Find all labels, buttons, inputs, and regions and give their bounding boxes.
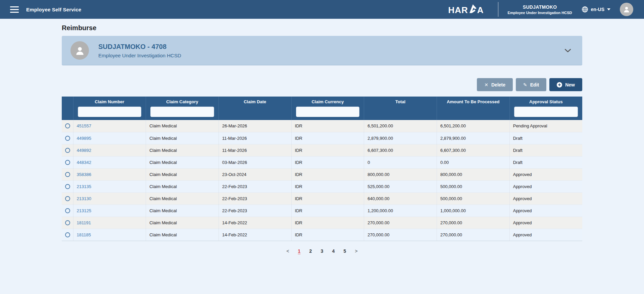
cell-amount-to-be-processed: 800,000.00 xyxy=(437,168,510,180)
column-header-total[interactable]: Total xyxy=(364,97,437,120)
filter-claim-currency-input[interactable] xyxy=(296,107,360,117)
cell-approval-status: Draft xyxy=(509,132,582,144)
cell-amount-to-be-processed: 270,000.00 xyxy=(437,217,510,229)
menu-icon[interactable] xyxy=(10,6,19,13)
claim-number-link[interactable]: 213135 xyxy=(77,184,91,189)
card-expand-chevron-icon[interactable] xyxy=(565,49,571,52)
pagination-page-1[interactable]: 1 xyxy=(298,248,301,254)
cell-claim-number: 448342 xyxy=(73,156,146,168)
cell-total: 525,000.00 xyxy=(364,180,437,192)
row-select-radio[interactable] xyxy=(65,220,70,225)
column-label: Claim Category xyxy=(148,99,216,104)
cell-claim-category: Claim Medical xyxy=(146,192,219,204)
claim-number-link[interactable]: 213130 xyxy=(77,196,91,201)
edit-button[interactable]: ✎ Edit xyxy=(516,78,546,91)
cell-claim-number: 181191 xyxy=(73,217,146,229)
navbar-user-role: Employee Under Investigation HCSD xyxy=(508,11,572,15)
cell-claim-date: 26-Mar-2026 xyxy=(218,120,291,132)
logo-text-left: HAR xyxy=(448,6,468,14)
user-avatar[interactable] xyxy=(620,3,633,16)
row-select-radio[interactable] xyxy=(65,148,70,153)
cell-claim-currency: IDR xyxy=(291,144,364,156)
row-select-radio[interactable] xyxy=(65,136,70,141)
table-row: 449892Claim Medical11-Mar-2026IDR6,607,3… xyxy=(62,144,582,156)
claims-table-header: Claim NumberClaim CategoryClaim DateClai… xyxy=(62,97,582,120)
column-label: Claim Number xyxy=(76,99,144,104)
claim-number-link[interactable]: 181185 xyxy=(77,232,91,237)
cell-claim-number: 358386 xyxy=(73,168,146,180)
edit-button-label: Edit xyxy=(530,82,539,87)
cell-total: 800,000.00 xyxy=(364,168,437,180)
filter-claim-category-input[interactable] xyxy=(150,107,214,117)
new-button-label: New xyxy=(565,82,575,87)
cell-total: 6,607,300.00 xyxy=(364,144,437,156)
app-title: Employee Self Service xyxy=(26,7,81,12)
claim-number-link[interactable]: 449895 xyxy=(77,136,91,141)
pagination-prev[interactable]: < xyxy=(286,248,290,254)
cell-approval-status: Approved xyxy=(509,229,582,241)
row-select-radio[interactable] xyxy=(65,123,70,128)
column-label: Claim Currency xyxy=(294,99,362,104)
page-title: Reimburse xyxy=(62,24,582,32)
cell-amount-to-be-processed: 0.00 xyxy=(437,156,510,168)
cell-claim-date: 23-Oct-2024 xyxy=(218,168,291,180)
cell-claim-currency: IDR xyxy=(291,156,364,168)
column-label: Claim Date xyxy=(221,99,289,104)
pagination-page-4[interactable]: 4 xyxy=(332,248,335,254)
navbar-user-block: SUDJATMOKO Employee Under Investigation … xyxy=(498,4,582,15)
pagination-page-3[interactable]: 3 xyxy=(320,248,324,254)
claim-number-link[interactable]: 448342 xyxy=(77,160,91,165)
row-select-radio[interactable] xyxy=(65,184,70,189)
cell-total: 640,000.00 xyxy=(364,192,437,204)
cell-total: 0 xyxy=(364,156,437,168)
row-select-radio[interactable] xyxy=(65,196,70,201)
cell-claim-date: 22-Feb-2023 xyxy=(218,192,291,204)
row-select-radio[interactable] xyxy=(65,208,70,213)
claim-number-link[interactable]: 451557 xyxy=(77,123,91,128)
claim-number-link[interactable]: 358386 xyxy=(77,172,91,177)
delete-button-label: Delete xyxy=(491,82,505,87)
column-header-claim-number[interactable]: Claim Number xyxy=(73,97,146,120)
new-button[interactable]: New xyxy=(549,78,582,91)
chevron-down-icon xyxy=(607,8,610,10)
row-select-radio[interactable] xyxy=(65,232,70,237)
claim-number-link[interactable]: 181191 xyxy=(77,220,91,225)
pencil-icon: ✎ xyxy=(523,82,527,87)
cell-claim-date: 11-Mar-2026 xyxy=(218,132,291,144)
pagination-page-2[interactable]: 2 xyxy=(309,248,312,254)
locale-label: en-US xyxy=(591,7,604,12)
cell-claim-number: 213135 xyxy=(73,180,146,192)
employee-name: SUDJATMOKO - 4708 xyxy=(98,43,181,51)
column-header-amount-to-be-processed[interactable]: Amount To Be Processed xyxy=(437,97,510,120)
cell-approval-status: Approved xyxy=(509,204,582,217)
delete-button[interactable]: ✕ Delete xyxy=(477,78,513,91)
cell-total: 270,000.00 xyxy=(364,217,437,229)
logo-text-right: A xyxy=(477,6,484,14)
cell-claim-currency: IDR xyxy=(291,132,364,144)
table-row: 451557Claim Medical26-Mar-2026IDR6,501,2… xyxy=(62,120,582,132)
cell-approval-status: Draft xyxy=(509,156,582,168)
row-select-radio[interactable] xyxy=(65,172,70,177)
cell-claim-category: Claim Medical xyxy=(146,144,219,156)
cell-claim-currency: IDR xyxy=(291,192,364,204)
pagination-next[interactable]: > xyxy=(355,248,358,254)
column-header-claim-date[interactable]: Claim Date xyxy=(218,97,291,120)
cell-claim-number: 449892 xyxy=(73,144,146,156)
close-icon: ✕ xyxy=(484,82,488,87)
cell-approval-status: Approved xyxy=(509,192,582,204)
column-header-claim-currency[interactable]: Claim Currency xyxy=(291,97,364,120)
cell-amount-to-be-processed: 2,879,900.00 xyxy=(437,132,510,144)
column-header-claim-category[interactable]: Claim Category xyxy=(146,97,219,120)
claim-number-link[interactable]: 213125 xyxy=(77,208,91,213)
filter-approval-status-input[interactable] xyxy=(514,107,578,117)
claim-number-link[interactable]: 449892 xyxy=(77,148,91,153)
filter-claim-number-input[interactable] xyxy=(78,107,142,117)
cell-amount-to-be-processed: 6,607,300.00 xyxy=(437,144,510,156)
row-select-radio[interactable] xyxy=(65,160,70,165)
cell-claim-currency: IDR xyxy=(291,180,364,192)
pagination-page-5[interactable]: 5 xyxy=(343,248,347,254)
column-header-approval-status[interactable]: Approval Status xyxy=(509,97,582,120)
locale-selector[interactable]: en-US xyxy=(582,6,610,13)
table-row: 448342Claim Medical03-Mar-2026IDR00.00Dr… xyxy=(62,156,582,168)
navbar-user-name: SUDJATMOKO xyxy=(508,4,572,10)
